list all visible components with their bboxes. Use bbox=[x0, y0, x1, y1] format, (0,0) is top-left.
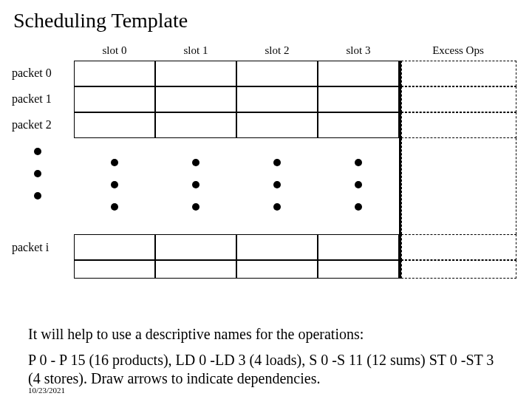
cell-trail-s3 bbox=[318, 260, 399, 279]
cell-trail-excess bbox=[401, 260, 516, 279]
scheduling-diagram: slot 0 slot 1 slot 2 slot 3 Excess Ops p… bbox=[7, 44, 517, 310]
cell-p2-s0 bbox=[74, 112, 155, 138]
grid bbox=[74, 61, 517, 290]
cell-p2-s1 bbox=[155, 112, 236, 138]
ellipsis-dot bbox=[111, 181, 118, 188]
ellipsis-dot bbox=[192, 159, 200, 166]
ellipsis-dot bbox=[355, 181, 362, 188]
footer-date: 10/23/2021 bbox=[28, 386, 65, 395]
row-label-packeti: packet i bbox=[7, 241, 70, 254]
ellipsis-dot bbox=[273, 181, 281, 188]
cell-p0-s2 bbox=[236, 61, 318, 86]
cell-trail-s1 bbox=[155, 260, 236, 279]
ellipsis-dot bbox=[34, 170, 41, 177]
row-label-packet0: packet 0 bbox=[7, 66, 70, 80]
body-text-2: P 0 - P 15 (16 products), LD 0 -LD 3 (4 … bbox=[28, 351, 501, 388]
cell-p1-s1 bbox=[155, 86, 236, 112]
cell-trail-s2 bbox=[236, 260, 318, 279]
page-title: Scheduling Template bbox=[0, 0, 532, 33]
cell-p0-s3 bbox=[318, 61, 399, 86]
cell-p0-excess bbox=[401, 61, 516, 86]
cell-p2-s2 bbox=[236, 112, 318, 138]
ellipsis-dot bbox=[34, 192, 41, 200]
ellipsis-dot bbox=[355, 159, 362, 166]
col-header-slot0: slot 0 bbox=[74, 44, 155, 57]
cell-p2-excess bbox=[401, 112, 516, 138]
body-text-1: It will help to use a descriptive names … bbox=[28, 325, 501, 344]
excess-gap-sides bbox=[401, 138, 516, 234]
cell-p1-excess bbox=[401, 86, 516, 112]
ellipsis-dot bbox=[34, 148, 41, 155]
cell-pi-s3 bbox=[318, 234, 399, 260]
ellipsis-dot bbox=[192, 181, 200, 188]
row-label-packet1: packet 1 bbox=[7, 92, 70, 106]
ellipsis-dot bbox=[273, 159, 281, 166]
ellipsis-dot bbox=[355, 203, 362, 211]
cell-p0-s1 bbox=[155, 61, 236, 86]
thick-divider bbox=[399, 61, 401, 279]
ellipsis-dot bbox=[111, 159, 118, 166]
cell-pi-s1 bbox=[155, 234, 236, 260]
cell-trail-s0 bbox=[74, 260, 155, 279]
cell-p1-s2 bbox=[236, 86, 318, 112]
ellipsis-dot bbox=[273, 203, 281, 211]
col-header-slot2: slot 2 bbox=[236, 44, 318, 57]
cell-pi-s2 bbox=[236, 234, 318, 260]
ellipsis-dot bbox=[192, 203, 200, 211]
cell-p1-s0 bbox=[74, 86, 155, 112]
cell-p2-s3 bbox=[318, 112, 399, 138]
col-header-slot3: slot 3 bbox=[318, 44, 399, 57]
cell-pi-excess bbox=[401, 234, 516, 260]
col-header-slot1: slot 1 bbox=[155, 44, 236, 57]
cell-p0-s0 bbox=[74, 61, 155, 86]
row-label-packet2: packet 2 bbox=[7, 118, 70, 132]
cell-pi-s0 bbox=[74, 234, 155, 260]
cell-p1-s3 bbox=[318, 86, 399, 112]
ellipsis-dot bbox=[111, 203, 118, 211]
col-header-excess: Excess Ops bbox=[399, 44, 517, 57]
